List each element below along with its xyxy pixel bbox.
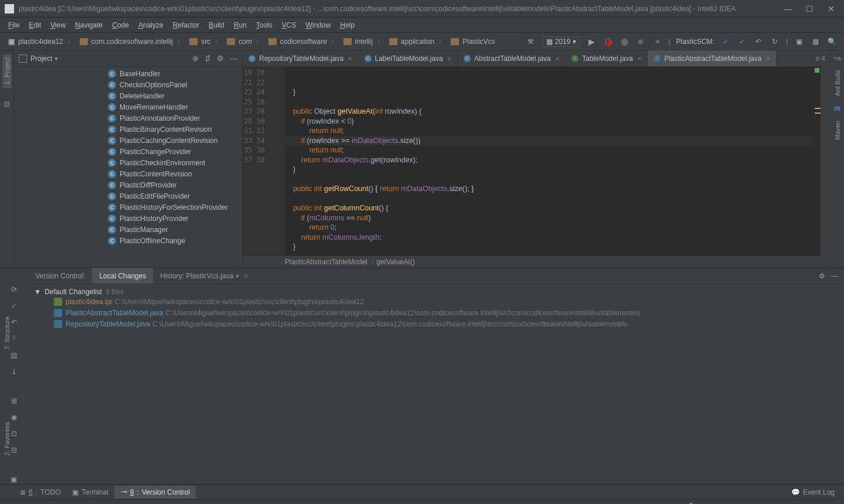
close-icon[interactable]: × [448,55,451,62]
close-icon[interactable]: × [766,55,770,62]
menu-navigate[interactable]: Navigate [70,21,107,29]
debug-icon[interactable]: 🐞 [603,37,613,46]
tree-class-item[interactable]: CPlasticCheckinEnvironment [108,157,242,168]
maximize-button[interactable]: ☐ [806,4,814,13]
ant-build-tool-tab[interactable]: Ant Build [834,70,841,96]
menu-build[interactable]: Build [204,21,229,29]
vc-tab-local-changes[interactable]: Local Changes [92,268,153,284]
fold-gutter[interactable] [275,67,285,256]
menu-edit[interactable]: Edit [24,21,46,29]
tree-class-item[interactable]: CMoveRenameHandler [108,101,242,113]
scm-update-icon[interactable]: ✓ [720,38,731,46]
ide-scripting-icon[interactable]: ▣ [794,38,804,46]
group-icon[interactable]: ⊞ [11,397,17,405]
tree-class-item[interactable]: CPlasticOfflineChange [108,235,242,246]
expand-arrow-icon[interactable]: ▼ [34,288,41,296]
vc-hide-icon[interactable]: — [831,272,838,280]
structure-tool-tab[interactable]: 7: Structure [4,316,11,350]
tree-class-item[interactable]: CDeleteHandler [108,90,242,101]
menu-vcs[interactable]: VCS [277,21,301,29]
dropdown-icon[interactable]: ▾ [236,272,239,280]
hide-icon[interactable]: — [230,54,237,63]
menu-refactor[interactable]: Refactor [168,21,204,29]
vc-settings-icon[interactable]: ⚙ [819,272,825,280]
changelist-header[interactable]: ▼ Default Changelist 3 files [34,288,838,296]
breadcrumb-method[interactable]: getValueAt() [376,258,420,266]
menu-help[interactable]: Help [335,21,359,29]
changelist-icon[interactable]: ▤ [11,351,17,359]
breadcrumb-item[interactable]: codicesoftware [264,35,339,48]
commit-icon[interactable]: ✓ [11,302,17,310]
dropdown-icon[interactable]: ▾ [55,55,58,63]
tree-class-item[interactable]: CPlasticContentRevision [108,168,242,179]
editor-tab[interactable]: CAbstractTableModel.java× [458,50,566,66]
breadcrumb-item[interactable]: com [222,35,264,48]
locate-icon[interactable]: ⊕ [192,54,199,63]
bottom-tool-terminal[interactable]: ▣Terminal [66,486,114,499]
tree-class-item[interactable]: CPlasticHistoryProvider [108,213,242,224]
tree-class-item[interactable]: CPlasticCachingContentRevision [108,135,242,146]
project-structure-icon[interactable]: ▦ [810,38,821,46]
editor-breadcrumb[interactable]: PlasticAbstractTableModel getValueAt() [243,256,830,267]
tree-class-item[interactable]: CPlasticChangeProvider [108,146,242,157]
run-config-selector[interactable]: ▦ 2019 ▾ [542,36,581,47]
tree-class-item[interactable]: CPlasticAnnotationProvider [108,113,242,124]
code-editor[interactable]: } public Object getValueAt(int rowIndex)… [285,67,815,256]
editor-tab[interactable]: CLabelTableModel.java× [359,50,458,66]
search-everywhere-icon[interactable]: 🔍 [826,38,837,46]
project-pane-title[interactable]: Project [30,55,52,63]
collapse-icon[interactable]: ⇵ [205,54,211,63]
editor-tab[interactable]: IPlasticAbstractTableModel.java× [648,50,777,66]
breadcrumb-item[interactable]: PlasticVcs [446,35,504,48]
scm-commit-icon[interactable]: ✓ [737,38,747,46]
menu-analyze[interactable]: Analyze [134,21,168,29]
changed-file-row[interactable]: plastic4idea.iprC:\Users\Miguel\wkspaces… [34,296,838,307]
ant-icon[interactable]: 🐜 [833,54,842,62]
favorites-tool-tab[interactable]: 2: Favorites [4,422,11,455]
tree-class-item[interactable]: CPlasticBinaryContentRevision [108,124,242,135]
build-icon[interactable]: ⚒ [526,38,536,46]
coverage-icon[interactable]: ⬤ [619,38,629,46]
warning-mark[interactable] [815,113,821,114]
maven-icon[interactable]: m [834,104,840,113]
extras-icon[interactable]: ▣ [11,475,17,483]
close-icon[interactable]: × [638,55,641,62]
preview-icon[interactable]: ◉ [11,413,17,421]
tab-overflow[interactable]: ≡ 4 [815,55,825,63]
menu-run[interactable]: Run [229,21,251,29]
close-icon[interactable]: × [556,55,559,62]
bookmarks-icon[interactable]: ▤ [4,100,10,108]
run-icon[interactable]: ▶ [586,37,597,46]
close-icon[interactable]: × [348,55,352,62]
changed-file-row[interactable]: PlasticAbstractTableModel.javaC:\Users\M… [34,307,838,318]
editor-scrollbar[interactable] [821,67,830,256]
profile-icon[interactable]: ⏺ [635,38,646,46]
breadcrumb-item[interactable]: com.codicesoftware.intellij [75,35,185,48]
tree-class-item[interactable]: CCheckinOptionsPanel [108,79,242,90]
close-button[interactable]: ✕ [828,4,835,13]
warning-mark[interactable] [815,108,821,109]
error-stripe[interactable] [815,67,821,256]
editor-tab[interactable]: CRepositoryTableModel.java× [243,50,359,66]
vc-tab-history[interactable]: History: PlasticVcs.java ▾ × [153,268,255,284]
editor-tab[interactable]: ITableModel.java× [566,50,648,66]
tree-class-item[interactable]: CPlasticHistoryForSelectionProvider [108,202,242,213]
event-log-button[interactable]: 💬Event Log [785,486,840,499]
breadcrumb-item[interactable]: application [384,35,446,48]
changed-file-row[interactable]: RepositoryTableModel.javaC:\Users\Miguel… [34,318,838,329]
tree-class-item[interactable]: CPlasticDiffProvider [108,179,242,190]
menu-tools[interactable]: Tools [251,21,277,29]
refresh-icon[interactable]: ⟳ [11,285,17,294]
menu-window[interactable]: Window [301,21,335,29]
tree-class-item[interactable]: CPlasticManager [108,224,242,235]
shelve-icon[interactable]: ⤓ [11,367,17,376]
tree-class-item[interactable]: CPlasticEditFileProvider [108,190,242,202]
scm-revert-icon[interactable]: ↻ [770,38,780,46]
stop-icon[interactable]: ■ [652,38,662,46]
close-icon[interactable]: × [244,272,248,280]
breadcrumb-class[interactable]: PlasticAbstractTableModel [285,258,376,266]
bottom-tool-todo[interactable]: ≣6: TODO [14,486,66,499]
settings-icon[interactable]: ⚙ [217,54,224,63]
tree-class-item[interactable]: CBaseHandler [108,68,242,79]
menu-code[interactable]: Code [107,21,134,29]
